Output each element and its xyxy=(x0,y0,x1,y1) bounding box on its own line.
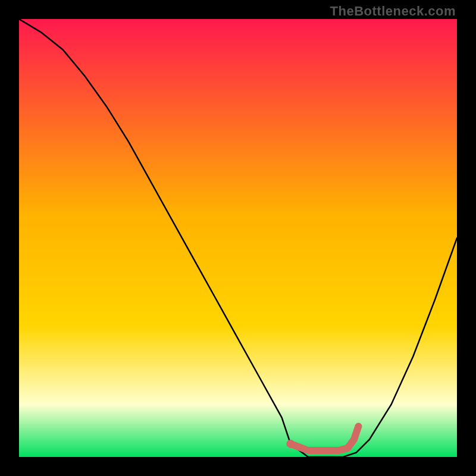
bottleneck-chart xyxy=(19,19,457,457)
watermark-text: TheBottleneck.com xyxy=(330,4,456,19)
gradient-background xyxy=(19,19,457,457)
optimal-point-marker xyxy=(286,440,295,448)
chart-plot-area xyxy=(19,19,457,457)
